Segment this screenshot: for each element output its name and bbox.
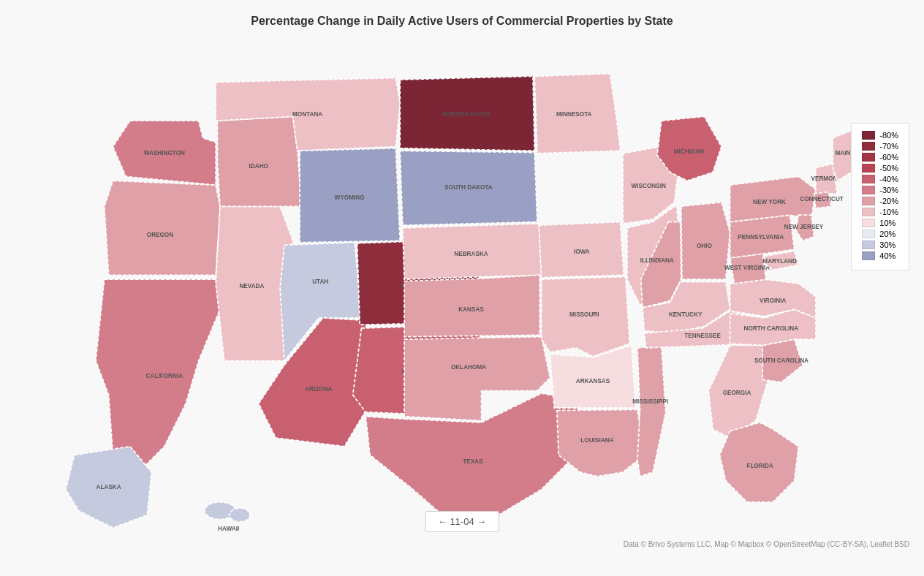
legend-color xyxy=(862,186,875,194)
legend-label: 10% xyxy=(879,219,895,227)
legend-color xyxy=(862,153,875,162)
state-missouri xyxy=(542,277,630,357)
legend-color xyxy=(862,142,875,151)
legend-item: -40% xyxy=(862,175,898,183)
legend-label: -20% xyxy=(879,197,898,205)
state-idaho xyxy=(218,116,302,206)
legend-label: 30% xyxy=(879,240,895,249)
state-nebraska xyxy=(403,224,542,279)
state-wyoming xyxy=(300,148,400,243)
state-ohio xyxy=(681,202,730,280)
legend-item: 10% xyxy=(862,219,898,227)
attribution: Data © Brivo Systems LLC, Map © Mapbox ©… xyxy=(624,540,909,548)
state-pennsylvania xyxy=(730,215,795,258)
legend-label: -80% xyxy=(879,131,898,140)
legend-label: -30% xyxy=(879,186,898,194)
legend-item: -50% xyxy=(862,164,898,173)
state-louisiana xyxy=(557,409,645,476)
legend-label: -50% xyxy=(879,164,898,173)
state-maryland xyxy=(765,251,799,270)
state-iowa xyxy=(539,222,624,278)
label-hawaii: HAWAII xyxy=(218,526,239,532)
state-minnesota xyxy=(534,74,620,154)
state-oregon xyxy=(105,181,220,275)
date-label: 11-04 xyxy=(450,516,474,527)
legend-item: -70% xyxy=(862,142,898,151)
map-container: .state { stroke: white; stroke-width: 1.… xyxy=(0,35,924,554)
legend-item: -20% xyxy=(862,197,898,205)
date-control[interactable]: ← 11-04 → xyxy=(425,511,499,532)
legend: -80% -70% -60% -50% -40% -30% -20% -10% xyxy=(851,123,909,270)
legend-item: 40% xyxy=(862,251,898,260)
legend-item: 20% xyxy=(862,230,898,238)
legend-label: -10% xyxy=(879,208,898,216)
state-alaska xyxy=(66,447,151,528)
legend-label: -70% xyxy=(879,142,898,151)
state-north-dakota xyxy=(400,76,534,151)
state-virginia xyxy=(730,279,816,318)
legend-color xyxy=(862,219,875,227)
state-florida xyxy=(720,422,799,502)
legend-color xyxy=(862,230,875,238)
legend-color xyxy=(862,240,875,249)
legend-item: 30% xyxy=(862,240,898,249)
legend-item: -80% xyxy=(862,131,898,140)
legend-label: 20% xyxy=(879,230,895,238)
state-california xyxy=(96,279,220,472)
state-new-jersey xyxy=(796,215,814,240)
legend-color xyxy=(862,131,875,140)
us-map: .state { stroke: white; stroke-width: 1.… xyxy=(0,35,877,532)
legend-label: -40% xyxy=(879,175,898,183)
legend-color xyxy=(862,208,875,216)
state-south-carolina xyxy=(762,339,803,382)
legend-label: 40% xyxy=(879,251,895,260)
legend-color xyxy=(862,164,875,173)
legend-item: -30% xyxy=(862,186,898,194)
state-washington xyxy=(113,121,216,185)
legend-item: -10% xyxy=(862,208,898,216)
state-kansas xyxy=(404,275,539,336)
legend-color xyxy=(862,175,875,183)
state-mississippi xyxy=(637,345,666,476)
state-connecticut xyxy=(814,192,831,208)
chart-title: Percentage Change in Daily Active Users … xyxy=(0,0,924,35)
state-south-dakota xyxy=(400,151,537,225)
legend-item: -60% xyxy=(862,153,898,162)
legend-color xyxy=(862,251,875,260)
legend-label: -60% xyxy=(879,153,898,162)
legend-color xyxy=(862,197,875,205)
state-west-virginia xyxy=(730,254,766,284)
state-hawaii2 xyxy=(230,508,250,522)
